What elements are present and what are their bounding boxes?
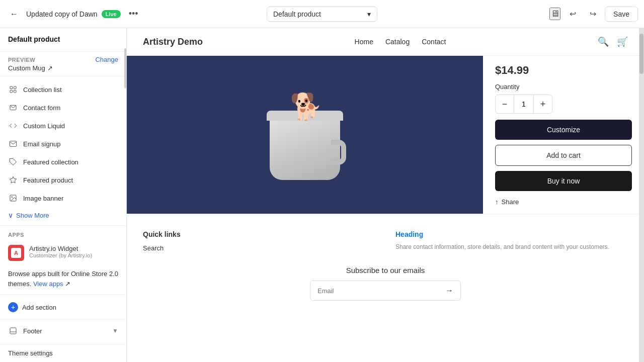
share-label: Share: [502, 198, 519, 206]
add-to-cart-button[interactable]: Add to cart: [495, 145, 632, 166]
envelope-icon: [8, 103, 18, 113]
store-logo: Artistry Demo: [143, 37, 203, 47]
quantity-decrease-button[interactable]: −: [496, 95, 514, 113]
apps-label: APPS: [8, 232, 118, 238]
code-icon: [8, 121, 18, 131]
sidebar: Default product PREVIEW Change Custom Mu…: [0, 28, 127, 362]
quantity-control: − 1 +: [495, 95, 552, 114]
external-link-icon: ↗: [47, 64, 53, 72]
product-image: 🐕: [127, 56, 483, 214]
sidebar-sections-list: Collection list Contact form Custom Liqu…: [0, 76, 126, 344]
footer-heading-description: Share contact information, store details…: [395, 242, 628, 251]
share-icon: ↑: [495, 198, 499, 206]
image-icon: [8, 193, 18, 203]
svg-rect-1: [14, 86, 16, 89]
footer-heading-title: Heading: [395, 230, 628, 238]
cart-icon[interactable]: 🛒: [617, 36, 628, 47]
add-section-button[interactable]: + Add section: [0, 297, 126, 317]
back-button[interactable]: ←: [6, 6, 22, 22]
app-name: Artistry.io Widget: [29, 245, 118, 252]
footer-icon: [8, 326, 18, 336]
preview-row: PREVIEW Change: [8, 56, 118, 63]
top-bar-right: 🖥 ↩ ↪ Save: [381, 6, 638, 22]
top-bar-left: ← Updated copy of Dawn Live •••: [6, 6, 263, 22]
sidebar-item-email-signup[interactable]: Email signup: [0, 135, 126, 153]
tag-icon: [8, 157, 18, 167]
browse-apps-text: Browse apps built for Online Store 2.0 t…: [0, 266, 126, 293]
product-details: $14.99 Quantity − 1 + Customize Add to c…: [483, 56, 644, 214]
change-link[interactable]: Change: [95, 56, 118, 63]
apps-section: APPS A Artistry.io Widget Customizer (by…: [0, 228, 126, 266]
sidebar-item-footer[interactable]: Footer ▼: [0, 322, 126, 340]
footer-link-search[interactable]: Search: [143, 244, 375, 252]
add-icon: +: [8, 302, 18, 312]
subscribe-title: Subscribe to our emails: [346, 266, 425, 275]
footer-col-heading: Heading Share contact information, store…: [395, 230, 628, 254]
buy-now-button[interactable]: Buy it now: [495, 171, 632, 191]
nav-link-catalog[interactable]: Catalog: [385, 38, 410, 46]
grid-icon: [8, 84, 18, 95]
preview-product-name: Custom Mug: [8, 64, 45, 72]
app-icon-letter: A: [11, 248, 21, 258]
store-nav-links: Home Catalog Contact: [355, 38, 446, 46]
quantity-increase-button[interactable]: +: [534, 95, 552, 113]
customize-button[interactable]: Customize: [495, 120, 632, 140]
add-section-label: Add section: [22, 304, 56, 311]
canvas-scrollbar: [639, 28, 644, 362]
footer-label: Footer: [23, 327, 42, 335]
section-label-custom-liquid: Custom Liquid: [23, 122, 65, 130]
sidebar-item-featured-collection[interactable]: Featured collection: [0, 153, 126, 171]
undo-button[interactable]: ↩: [565, 6, 581, 22]
sidebar-item-image-banner[interactable]: Image banner: [0, 189, 126, 207]
app-item-artistry[interactable]: A Artistry.io Widget Customizer (by Arti…: [8, 242, 118, 264]
svg-rect-0: [10, 86, 13, 89]
preview-select[interactable]: Default product ▾: [267, 7, 377, 22]
canvas-area: Artistry Demo Home Catalog Contact 🔍 🛒: [127, 28, 644, 362]
preview-section: PREVIEW Change Custom Mug ↗: [0, 52, 126, 76]
sidebar-header: Default product: [0, 28, 126, 52]
canvas-scrollbar-thumb: [639, 34, 643, 74]
nav-link-contact[interactable]: Contact: [422, 38, 446, 46]
share-link[interactable]: ↑ Share: [495, 198, 632, 206]
svg-point-8: [12, 197, 13, 198]
chevron-down-icon: ∨: [8, 211, 13, 219]
app-icon-artistry: A: [8, 245, 24, 261]
chevron-down-icon: ▾: [367, 10, 371, 18]
save-button[interactable]: Save: [605, 7, 638, 22]
desktop-view-button[interactable]: 🖥: [549, 8, 560, 20]
sidebar-item-custom-liquid[interactable]: Custom Liquid: [0, 117, 126, 135]
svg-rect-3: [14, 90, 16, 93]
svg-rect-2: [10, 90, 13, 93]
app-info: Artistry.io Widget Customizer (by Artist…: [29, 245, 118, 258]
view-apps-link[interactable]: View apps: [33, 280, 63, 288]
redo-button[interactable]: ↪: [585, 6, 601, 22]
canvas-scroll[interactable]: Artistry Demo Home Catalog Contact 🔍 🛒: [127, 28, 644, 362]
diamond-icon: [8, 175, 18, 185]
preview-select-label: Default product: [273, 10, 321, 18]
product-price: $14.99: [495, 64, 632, 77]
browse-text: Browse apps built for Online Store 2.0 t…: [8, 270, 118, 288]
sidebar-scrollbar-thumb: [124, 48, 126, 88]
section-label-contact-form: Contact form: [23, 104, 60, 112]
show-more-button[interactable]: ∨ Show More: [0, 207, 126, 223]
footer-expand-icon: ▼: [112, 327, 118, 334]
sidebar-item-contact-form[interactable]: Contact form: [0, 99, 126, 117]
live-badge: Live: [102, 10, 121, 18]
more-button[interactable]: •••: [125, 7, 142, 21]
sidebar-item-collection-list[interactable]: Collection list: [0, 80, 126, 99]
email-form: →: [310, 281, 461, 301]
theme-settings-link[interactable]: Theme settings: [0, 344, 126, 362]
sidebar-item-featured-product[interactable]: Featured product: [0, 171, 126, 189]
email-submit-button[interactable]: →: [438, 281, 460, 300]
section-label-image-banner: Image banner: [23, 195, 63, 202]
preview-value: Custom Mug ↗: [8, 64, 118, 72]
mail-icon: [8, 139, 18, 149]
product-area: 🐕 $14.99 Quantity − 1 + Customize Add to…: [127, 56, 644, 214]
search-icon[interactable]: 🔍: [598, 36, 609, 47]
email-input[interactable]: [310, 281, 438, 300]
nav-link-home[interactable]: Home: [355, 38, 373, 46]
section-label-collection-list: Collection list: [23, 86, 62, 94]
top-bar-center: Default product ▾: [267, 7, 377, 22]
divider-apps: [0, 225, 126, 226]
footer-col-quick-links: Quick links Search: [143, 230, 375, 254]
